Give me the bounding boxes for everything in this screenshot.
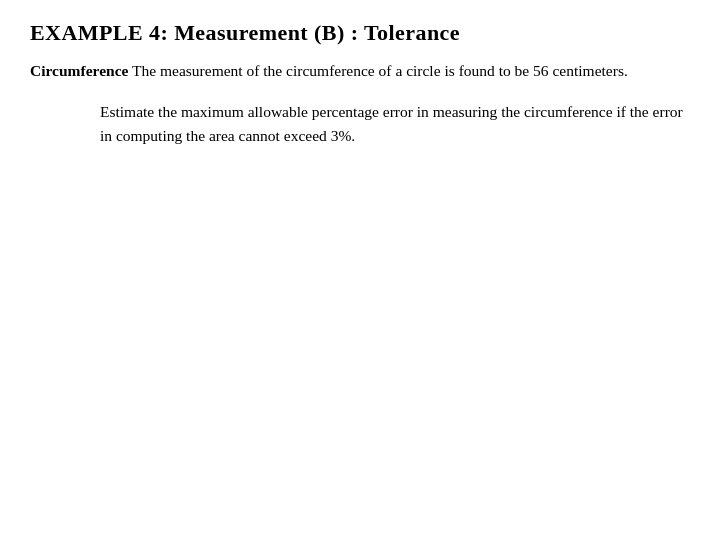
page-container: EXAMPLE 4: Measurement (B) : Tolerance C… [0,0,720,540]
intro-text: The measurement of the circumference of … [128,62,627,79]
page-title: EXAMPLE 4: Measurement (B) : Tolerance [30,20,690,46]
circumference-label: Circumference [30,62,128,79]
intro-paragraph: Circumference The measurement of the cir… [30,60,690,82]
estimate-text: Estimate the maximum allowable percentag… [100,100,690,147]
indented-block: Estimate the maximum allowable percentag… [100,100,690,147]
